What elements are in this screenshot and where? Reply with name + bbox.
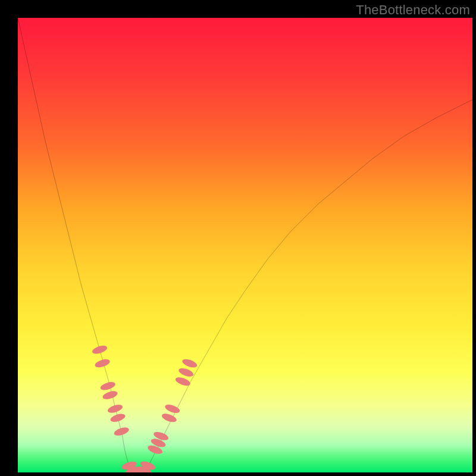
gradient-plot-background (18, 18, 472, 472)
watermark-text: TheBottleneck.com (356, 2, 470, 18)
chart-stage: TheBottleneck.com (0, 0, 476, 476)
